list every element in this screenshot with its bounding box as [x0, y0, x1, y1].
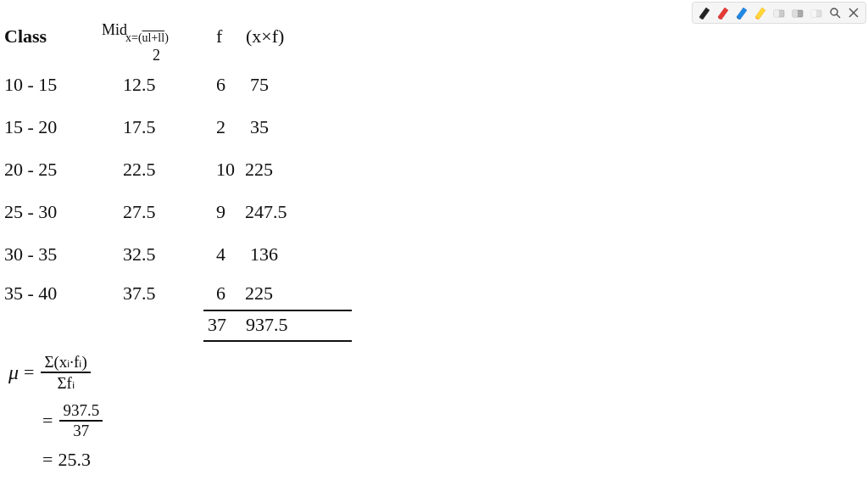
equals-1: = [24, 361, 34, 383]
formula-area: μ = Σ(xᵢ·fᵢ) Σfᵢ = 937.5 37 = 25.3 [8, 352, 104, 479]
header-xf: (x×f) [246, 25, 284, 48]
row2-class: 15 - 20 [4, 116, 57, 138]
formula-line-3: = 25.3 [42, 449, 104, 471]
close-icon[interactable] [845, 4, 862, 21]
row6-mid: 37.5 [123, 282, 156, 305]
svg-rect-1 [774, 10, 779, 17]
row1-xf: 75 [250, 74, 269, 96]
row2-f: 2 [216, 116, 225, 138]
row3-f: 10 [216, 159, 235, 181]
totals-underline-bottom [203, 340, 352, 342]
content-area: Class Mid x=(ul+ll) 2 f (x×f) 10 - 15 12… [0, 21, 868, 492]
totals-underline [203, 310, 352, 311]
formula-denominator-1: Σfᵢ [53, 373, 77, 393]
formula-numerator-1: Σ(xᵢ·fᵢ) [41, 352, 90, 373]
row4-xf: 247.5 [245, 201, 287, 223]
row3-xf: 225 [245, 159, 273, 181]
row2-mid: 17.5 [123, 116, 156, 138]
eraser1-icon[interactable] [771, 4, 787, 21]
pen-yellow-icon[interactable] [752, 4, 769, 21]
row3-class: 20 - 25 [4, 159, 57, 181]
header-mid: Mid [102, 21, 127, 39]
row6-f: 6 [216, 282, 225, 305]
svg-rect-5 [811, 10, 816, 17]
row3-mid: 22.5 [123, 159, 156, 181]
equals-3: = [42, 449, 53, 471]
header-class: Class [4, 25, 47, 48]
result-value: 25.3 [58, 449, 91, 471]
equals-2: = [42, 410, 53, 432]
total-xf: 937.5 [246, 314, 288, 336]
formula-line-1: μ = Σ(xᵢ·fᵢ) Σfᵢ [8, 352, 104, 393]
row5-class: 30 - 35 [4, 243, 57, 266]
row6-xf: 225 [245, 282, 273, 305]
header-mid-denom: 2 [153, 47, 160, 64]
total-f: 37 [208, 314, 226, 336]
row5-mid: 32.5 [123, 243, 156, 266]
svg-line-7 [837, 14, 840, 18]
mean-symbol: μ [8, 361, 19, 384]
header-mid-formula: x=(ul+ll) [125, 31, 169, 45]
formula-numerator-2: 937.5 [59, 401, 103, 422]
row5-f: 4 [216, 243, 225, 266]
formula-line-2: = 937.5 37 [42, 401, 104, 440]
row1-f: 6 [216, 74, 225, 96]
pen-red-icon[interactable] [715, 4, 732, 21]
row4-mid: 27.5 [123, 201, 156, 223]
pen-black-icon[interactable] [696, 4, 713, 21]
row2-xf: 35 [250, 116, 269, 138]
svg-point-6 [831, 8, 837, 15]
eraser3-icon[interactable] [808, 4, 825, 21]
row6-class: 35 - 40 [4, 282, 57, 305]
search-icon[interactable] [826, 4, 843, 21]
row1-mid: 12.5 [123, 74, 156, 96]
row5-xf: 136 [250, 243, 278, 266]
header-f: f [216, 25, 222, 48]
row4-class: 25 - 30 [4, 201, 57, 223]
pen-blue-icon[interactable] [733, 4, 750, 21]
formula-fraction-1: Σ(xᵢ·fᵢ) Σfᵢ [41, 352, 90, 393]
formula-fraction-2: 937.5 37 [59, 401, 103, 440]
formula-denominator-2: 37 [70, 422, 92, 440]
eraser2-icon[interactable] [789, 4, 806, 21]
row4-f: 9 [216, 201, 225, 223]
row1-class: 10 - 15 [4, 74, 57, 96]
svg-rect-3 [793, 10, 798, 17]
